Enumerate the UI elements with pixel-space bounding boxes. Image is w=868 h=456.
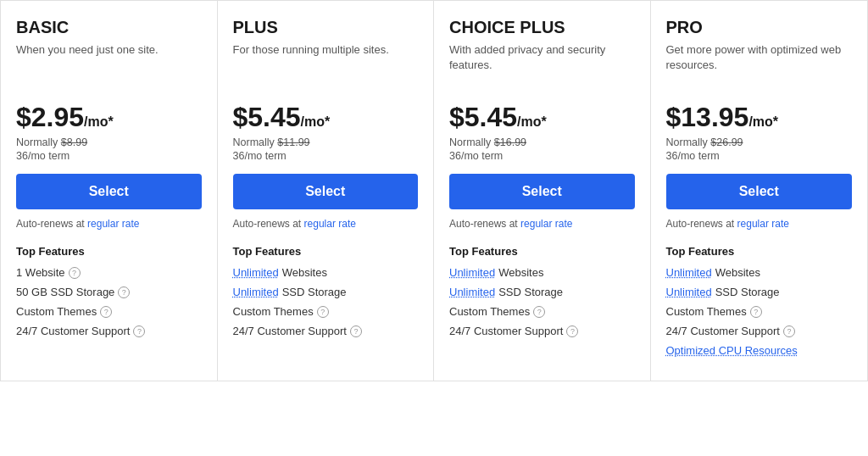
feature-item-plus-2: Custom Themes?: [233, 305, 419, 318]
regular-rate-link-plus[interactable]: regular rate: [304, 218, 356, 230]
features-label-pro: Top Features: [666, 245, 853, 258]
help-icon-plus-3[interactable]: ?: [350, 325, 362, 337]
plan-name-choice-plus: CHOICE PLUS: [449, 18, 635, 37]
help-icon-pro-3[interactable]: ?: [783, 325, 795, 337]
plan-desc-choice-plus: With added privacy and security features…: [449, 42, 635, 86]
auto-renew-choice-plus: Auto-renews at regular rate: [449, 218, 635, 230]
feature-text-basic-1: 50 GB SSD Storage: [16, 286, 114, 298]
feature-item-pro-4: Optimized CPU Resources: [666, 344, 853, 357]
plan-name-basic: BASIC: [16, 18, 202, 37]
feature-text-basic-0: 1 Website: [16, 266, 65, 279]
feature-item-plus-1: Unlimited SSD Storage: [233, 286, 419, 298]
feature-text-pro-2: Custom Themes: [666, 305, 747, 318]
plan-desc-pro: Get more power with optimized web resour…: [666, 42, 853, 86]
select-button-pro[interactable]: Select: [666, 174, 853, 209]
plan-normal-price-plus: Normally $11.99: [233, 136, 419, 148]
help-icon-pro-2[interactable]: ?: [750, 306, 762, 318]
feature-text-plus-1: SSD Storage: [282, 286, 347, 298]
features-label-plus: Top Features: [233, 245, 419, 258]
feature-text-basic-2: Custom Themes: [16, 305, 97, 318]
feature-item-basic-3: 24/7 Customer Support?: [16, 325, 202, 337]
feature-text-basic-3: 24/7 Customer Support: [16, 325, 130, 337]
feature-item-basic-0: 1 Website?: [16, 266, 202, 279]
help-icon-basic-2[interactable]: ?: [100, 306, 112, 318]
plan-normal-price-pro: Normally $26.99: [666, 136, 853, 148]
auto-renew-basic: Auto-renews at regular rate: [16, 218, 202, 230]
feature-item-pro-1: Unlimited SSD Storage: [666, 286, 853, 298]
plan-price-basic: $2.95/mo*: [16, 102, 202, 133]
feature-text-choice-plus-2: Custom Themes: [449, 305, 530, 318]
help-icon-basic-0[interactable]: ?: [69, 267, 81, 279]
plan-card-plus: PLUSFor those running multiple sites.$5.…: [218, 1, 435, 381]
feature-text-plus-3: 24/7 Customer Support: [233, 325, 347, 337]
feature-text-pro-0: Websites: [715, 266, 760, 279]
plan-term-plus: 36/mo term: [233, 150, 419, 162]
plan-term-pro: 36/mo term: [666, 150, 853, 162]
help-icon-choice-plus-2[interactable]: ?: [533, 306, 545, 318]
plan-price-unit: /mo*: [748, 114, 778, 129]
regular-rate-link-basic[interactable]: regular rate: [87, 218, 139, 230]
plan-price-plus: $5.45/mo*: [233, 102, 419, 133]
feature-item-choice-plus-3: 24/7 Customer Support?: [449, 325, 635, 337]
plan-normal-price-choice-plus: Normally $16.99: [449, 136, 635, 148]
pricing-grid: BASICWhen you need just one site.$2.95/m…: [0, 0, 868, 381]
plan-card-pro: PROGet more power with optimized web res…: [651, 1, 868, 381]
feature-item-basic-1: 50 GB SSD Storage?: [16, 286, 202, 298]
feature-link-choice-plus-0[interactable]: Unlimited: [449, 266, 495, 279]
feature-text-pro-3: 24/7 Customer Support: [666, 325, 780, 337]
feature-item-choice-plus-0: Unlimited Websites: [449, 266, 635, 279]
feature-item-choice-plus-1: Unlimited SSD Storage: [449, 286, 635, 298]
plan-desc-basic: When you need just one site.: [16, 42, 202, 86]
select-button-plus[interactable]: Select: [233, 174, 419, 209]
regular-rate-link-choice-plus[interactable]: regular rate: [520, 218, 572, 230]
plan-term-basic: 36/mo term: [16, 150, 202, 162]
help-icon-basic-1[interactable]: ?: [118, 286, 130, 298]
feature-item-plus-3: 24/7 Customer Support?: [233, 325, 419, 337]
feature-link-plus-0[interactable]: Unlimited: [233, 266, 279, 279]
plan-card-basic: BASICWhen you need just one site.$2.95/m…: [1, 1, 218, 381]
plan-price-pro: $13.95/mo*: [666, 102, 853, 133]
select-button-choice-plus[interactable]: Select: [449, 174, 635, 209]
feature-link-plus-1[interactable]: Unlimited: [233, 286, 279, 298]
feature-item-pro-0: Unlimited Websites: [666, 266, 853, 279]
auto-renew-pro: Auto-renews at regular rate: [666, 218, 853, 230]
feature-link-pro-0[interactable]: Unlimited: [666, 266, 712, 279]
plan-desc-plus: For those running multiple sites.: [233, 42, 419, 86]
select-button-basic[interactable]: Select: [16, 174, 202, 209]
feature-text-choice-plus-3: 24/7 Customer Support: [449, 325, 563, 337]
plan-normal-price-basic: Normally $8.99: [16, 136, 202, 148]
feature-item-basic-2: Custom Themes?: [16, 305, 202, 318]
features-label-choice-plus: Top Features: [449, 245, 635, 258]
plan-card-choice-plus: CHOICE PLUSWith added privacy and securi…: [434, 1, 651, 381]
feature-item-pro-2: Custom Themes?: [666, 305, 853, 318]
feature-link-pro-4[interactable]: Optimized CPU Resources: [666, 344, 798, 357]
feature-text-plus-2: Custom Themes: [233, 305, 314, 318]
plan-price-unit: /mo*: [84, 114, 114, 129]
regular-rate-link-pro[interactable]: regular rate: [737, 218, 789, 230]
feature-link-choice-plus-1[interactable]: Unlimited: [449, 286, 495, 298]
features-label-basic: Top Features: [16, 245, 202, 258]
plan-price-choice-plus: $5.45/mo*: [449, 102, 635, 133]
feature-text-choice-plus-1: SSD Storage: [498, 286, 563, 298]
plan-name-plus: PLUS: [233, 18, 419, 37]
plan-name-pro: PRO: [666, 18, 853, 37]
plan-price-unit: /mo*: [301, 114, 331, 129]
help-icon-basic-3[interactable]: ?: [133, 325, 145, 337]
feature-item-pro-3: 24/7 Customer Support?: [666, 325, 853, 337]
help-icon-choice-plus-3[interactable]: ?: [566, 325, 578, 337]
feature-item-plus-0: Unlimited Websites: [233, 266, 419, 279]
plan-term-choice-plus: 36/mo term: [449, 150, 635, 162]
auto-renew-plus: Auto-renews at regular rate: [233, 218, 419, 230]
help-icon-plus-2[interactable]: ?: [317, 306, 329, 318]
feature-text-plus-0: Websites: [282, 266, 327, 279]
feature-text-choice-plus-0: Websites: [498, 266, 543, 279]
feature-text-pro-1: SSD Storage: [715, 286, 780, 298]
feature-link-pro-1[interactable]: Unlimited: [666, 286, 712, 298]
feature-item-choice-plus-2: Custom Themes?: [449, 305, 635, 318]
plan-price-unit: /mo*: [517, 114, 547, 129]
